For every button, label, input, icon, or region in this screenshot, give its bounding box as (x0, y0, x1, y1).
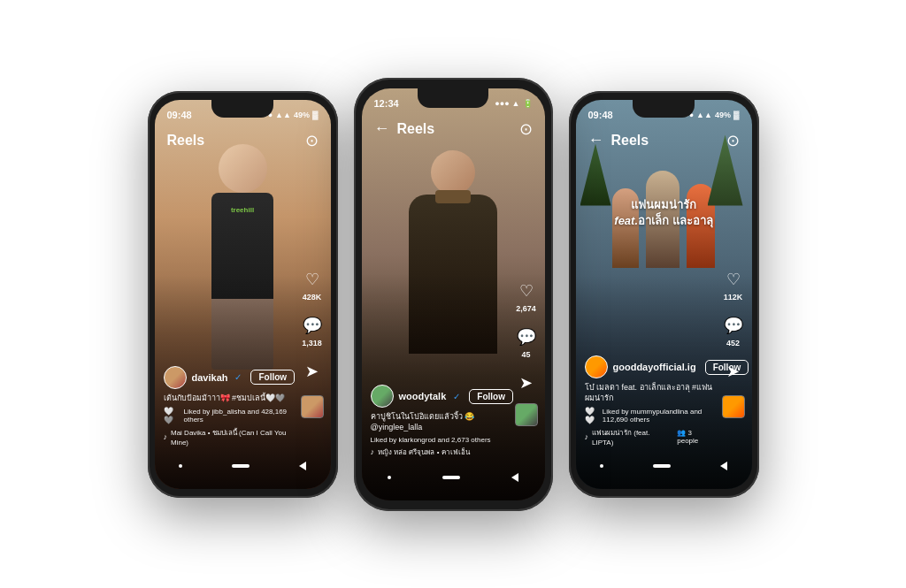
heart-icon-left: ♡ (301, 268, 324, 291)
phone-center-screen: 12:34 ●●● ▲ 🔋 ← Reels ⊙ ♡ 2,674 (362, 88, 545, 500)
caption-left: เต้นกับป้อมม้าาา🎀 #ชมปเลนี้🤍🩶 (164, 393, 292, 404)
back-button-center[interactable]: ← (374, 119, 390, 138)
like-count-center: 2,674 (516, 304, 536, 313)
back-button-right[interactable]: ← (588, 131, 604, 149)
music-left: Mai Davika • ชมปเลนี้ (Can I Call You Mi… (171, 427, 292, 447)
notch-center (418, 88, 488, 108)
share-action-left[interactable]: ➤ (301, 360, 324, 383)
comment-icon-right: 💬 (722, 314, 745, 337)
follow-button-left[interactable]: Follow (250, 370, 295, 385)
bottom-nav-center (362, 462, 545, 493)
likes-row-center: Liked by klarkongrod and 2,673 others (371, 436, 506, 444)
music-row-right: ♪ แฟนผมน่ารัก (feat. LIPTA) 👥 3 people (585, 427, 713, 447)
username-left[interactable]: davikah (192, 372, 228, 383)
song-thumb-left (301, 395, 324, 418)
heart-icon-right: ♡ (722, 268, 745, 291)
likes-row-right: 🤍🤍 Liked by mummypulandlina and 112,690 … (585, 407, 713, 424)
avatar-center[interactable] (371, 385, 394, 408)
username-center[interactable]: woodytalk (399, 391, 447, 401)
header-right: ← Reels ⊙ (576, 125, 752, 157)
liked-by-center: Liked by klarkongrod and 2,673 others (371, 436, 491, 444)
status-icons-center: ●●● ▲ 🔋 (495, 99, 532, 108)
user-row-left: davikah ✓ Follow (164, 366, 292, 389)
liked-by-right: Liked by mummypulandlina and 112,690 oth… (603, 408, 713, 424)
reels-title-right: Reels (611, 133, 649, 149)
music-center: หญิง หล่อ ศรีจุนพล • คาเฟ่เอ็น (378, 447, 470, 458)
comment-count-left: 1,318 (302, 339, 322, 347)
time-right: 09:48 (588, 110, 613, 120)
like-action-right[interactable]: ♡ 112K (722, 268, 745, 302)
phone-center: 12:34 ●●● ▲ 🔋 ← Reels ⊙ ♡ 2,674 (354, 78, 553, 511)
music-right: แฟนผมน่ารัก (feat. LIPTA) (592, 427, 668, 447)
reels-title-center: Reels (397, 121, 435, 137)
song-thumb-center (515, 403, 538, 426)
like-action-center[interactable]: ♡ 2,674 (515, 279, 538, 313)
camera-icon-center[interactable]: ⊙ (519, 119, 533, 139)
like-count-left: 428K (303, 293, 322, 302)
header-left: Reels ⊙ (155, 125, 331, 157)
comment-count-center: 45 (521, 350, 530, 359)
phone-right-screen: แฟนผมน่ารักfeat.อาเล็ก และอาลุ 09:48 ●●●… (576, 100, 752, 489)
user-row-right: gooddayofficial.ig Follow (585, 355, 713, 378)
song-thumb-right (722, 395, 745, 418)
bottom-info-right: gooddayofficial.ig Follow โบ๋ เมลดา feat… (585, 355, 713, 446)
bottom-nav-right (576, 450, 752, 482)
comment-action-center[interactable]: 💬 45 (515, 325, 538, 359)
bottom-info-left: davikah ✓ Follow เต้นกับป้อมม้าาา🎀 #ชมปเ… (164, 366, 292, 447)
avatar-right[interactable] (585, 355, 608, 378)
caption-right: โบ๋ เมลดา feat. อาเล็กและอาลุ #แฟนผมน่าร… (585, 383, 713, 403)
verified-left: ✓ (234, 372, 242, 382)
notch-left (211, 100, 273, 118)
user-row-center: woodytalk ✓ Follow (371, 385, 506, 408)
people-count-right: 👥 3 people (677, 429, 712, 445)
song-title-overlay: แฟนผมน่ารักfeat.อาเล็ก และอาลุ (576, 197, 752, 229)
song-title-text: แฟนผมน่ารักfeat.อาเล็ก และอาลุ (594, 197, 734, 229)
comment-action-left[interactable]: 💬 1,318 (301, 314, 324, 347)
heart-icon-center: ♡ (515, 279, 538, 302)
phones-container: treehill 09:48 ●●● ▲▲ 49% ▓ Reels ⊙ (148, 78, 759, 511)
like-action-left[interactable]: ♡ 428K (301, 268, 324, 302)
liked-by-left: Liked by jibb_alisha and 428,169 others (184, 408, 292, 424)
caption-center: คาปูชิโนในโปอิแดยแล้วจิ้ว 😂 @yinglee_lal… (371, 412, 506, 432)
time-left: 09:48 (167, 110, 192, 120)
like-count-right: 112K (724, 293, 743, 302)
follow-button-center[interactable]: Follow (469, 389, 513, 404)
avatar-left[interactable] (164, 366, 187, 389)
music-row-center: ♪ หญิง หล่อ ศรีจุนพล • คาเฟ่เอ็น (371, 447, 506, 458)
comment-count-right: 452 (726, 339, 740, 347)
camera-icon-right[interactable]: ⊙ (726, 131, 740, 150)
comment-icon-left: 💬 (301, 314, 324, 337)
bottom-nav-left (155, 450, 331, 482)
reels-title-left: Reels (167, 133, 205, 149)
music-row-left: ♪ Mai Davika • ชมปเลนี้ (Can I Call You … (164, 427, 292, 447)
header-center: ← Reels ⊙ (362, 113, 545, 145)
follow-button-right[interactable]: Follow (705, 360, 749, 375)
share-action-center[interactable]: ➤ (515, 371, 538, 394)
time-center: 12:34 (374, 98, 399, 109)
verified-center: ✓ (453, 392, 460, 401)
comment-action-right[interactable]: 💬 452 (722, 314, 745, 347)
share-icon-left: ➤ (301, 360, 324, 383)
likes-row-left: 🤍🩶 Liked by jibb_alisha and 428,169 othe… (164, 407, 292, 424)
comment-icon-center: 💬 (515, 325, 538, 348)
phone-left-screen: treehill 09:48 ●●● ▲▲ 49% ▓ Reels ⊙ (155, 100, 331, 489)
bottom-info-center: woodytalk ✓ Follow คาปูชิโนในโปอิแดยแล้ว… (371, 385, 506, 457)
phone-left: treehill 09:48 ●●● ▲▲ 49% ▓ Reels ⊙ (148, 91, 338, 498)
phone-right: แฟนผมน่ารักfeat.อาเล็ก และอาลุ 09:48 ●●●… (569, 91, 759, 498)
notch-right (633, 100, 695, 118)
camera-icon-left[interactable]: ⊙ (305, 131, 319, 150)
share-icon-center: ➤ (515, 371, 538, 394)
username-right[interactable]: gooddayofficial.ig (613, 362, 696, 372)
